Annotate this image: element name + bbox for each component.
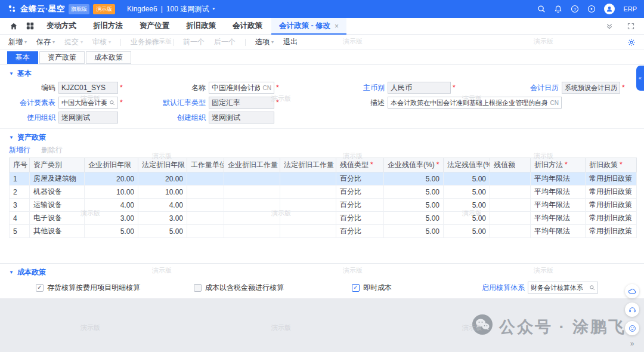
table-cell[interactable]: 5.00 bbox=[444, 225, 490, 238]
home-icon[interactable] bbox=[6, 22, 21, 30]
table-cell[interactable]: 2 bbox=[10, 186, 30, 199]
search-icon[interactable] bbox=[537, 5, 546, 13]
close-icon[interactable]: × bbox=[335, 22, 339, 30]
collapse-tabs-icon[interactable] bbox=[602, 23, 617, 30]
apps-grid-icon[interactable] bbox=[23, 22, 38, 30]
accounting-system-label[interactable]: 启用核算体系 bbox=[478, 283, 525, 293]
nav-tab-asset-location[interactable]: 资产位置 bbox=[132, 18, 177, 35]
table-cell[interactable]: 百分比 bbox=[336, 225, 384, 238]
panel-collapse-handle[interactable]: « bbox=[636, 66, 644, 91]
cloud-icon[interactable] bbox=[625, 284, 639, 298]
table-cell[interactable] bbox=[224, 172, 280, 186]
table-cell[interactable] bbox=[280, 199, 336, 212]
table-cell[interactable]: 5.00 bbox=[444, 199, 490, 212]
table-cell[interactable]: 5.00 bbox=[138, 225, 187, 238]
table-cell[interactable] bbox=[187, 186, 224, 199]
checkbox-realtime-cost[interactable]: ✓ 即时成本 bbox=[352, 283, 478, 293]
table-cell[interactable]: 机器设备 bbox=[30, 186, 85, 199]
table-cell[interactable] bbox=[224, 199, 280, 212]
col-header-legal-depreciation-workload[interactable]: 法定折旧工作量 bbox=[280, 158, 336, 172]
table-cell[interactable]: 5.00 bbox=[384, 212, 444, 225]
accounting-system-input[interactable]: 财务会计核算体系 bbox=[528, 282, 598, 294]
table-cell[interactable] bbox=[187, 172, 224, 186]
expand-more-icon[interactable]: » bbox=[630, 339, 634, 348]
col-header-legal-residual-rate[interactable]: 法定残值率(%)* bbox=[444, 158, 490, 172]
use-org-input[interactable]: 迷网测试 bbox=[58, 112, 118, 123]
feedback-smiley-icon[interactable] bbox=[625, 321, 639, 335]
table-cell[interactable]: 常用折旧政策 bbox=[586, 186, 637, 199]
table-cell[interactable] bbox=[187, 225, 224, 238]
nav-tab-accounting-policy-edit[interactable]: 会计政策 - 修改 × bbox=[271, 18, 346, 35]
table-cell[interactable] bbox=[490, 186, 531, 199]
table-cell[interactable]: 10.00 bbox=[138, 186, 187, 199]
table-cell[interactable]: 平均年限法 bbox=[531, 186, 586, 199]
nav-tab-depreciation-policy[interactable]: 折旧政策 bbox=[178, 18, 224, 35]
nav-tab-change-mode[interactable]: 变动方式 bbox=[39, 18, 84, 35]
lookup-magnifier-icon[interactable] bbox=[587, 285, 595, 291]
col-header-corp-depreciation-years[interactable]: 企业折旧年限 bbox=[85, 158, 138, 172]
currency-input[interactable]: 人民币 bbox=[388, 82, 451, 94]
checkbox-inventory-expense-detail[interactable]: ✓ 存货核算按费用项目明细核算 bbox=[36, 283, 194, 293]
section-asset-header[interactable]: ▼ 资产政策 bbox=[0, 129, 644, 144]
col-header-residual-type[interactable]: 残值类型* bbox=[336, 158, 384, 172]
table-cell[interactable]: 房屋及建筑物 bbox=[30, 172, 85, 186]
table-cell[interactable]: 5.00 bbox=[444, 212, 490, 225]
table-cell[interactable] bbox=[490, 172, 531, 186]
table-cell[interactable]: 运输设备 bbox=[30, 199, 85, 212]
table-cell[interactable] bbox=[280, 225, 336, 238]
table-cell[interactable]: 其他设备 bbox=[30, 225, 85, 238]
nav-tab-depreciation-method[interactable]: 折旧方法 bbox=[85, 18, 131, 35]
table-cell[interactable] bbox=[224, 225, 280, 238]
table-cell[interactable]: 百分比 bbox=[336, 186, 384, 199]
table-cell[interactable] bbox=[490, 199, 531, 212]
table-row[interactable]: 5 其他设备 5.00 5.00 百分比 5.00 5.00 平均年限法 常用折… bbox=[10, 225, 637, 238]
col-header-asset-category[interactable]: 资产类别 bbox=[30, 158, 85, 172]
bell-icon[interactable] bbox=[554, 5, 562, 13]
description-input[interactable]: 本会计政策在中国会计准则基础上根据企业管理的自身需求制定CN bbox=[388, 97, 562, 109]
user-avatar[interactable] bbox=[604, 4, 615, 14]
lookup-magnifier-icon[interactable] bbox=[107, 100, 115, 106]
table-cell[interactable]: 平均年限法 bbox=[531, 172, 586, 186]
element-table-label[interactable]: 会计要素表 bbox=[9, 98, 55, 108]
nav-tab-accounting-policy[interactable]: 会计政策 bbox=[225, 18, 270, 35]
business-operations-button[interactable]: 业务操作▾ bbox=[131, 37, 163, 47]
table-cell[interactable]: 5 bbox=[10, 225, 30, 238]
rate-type-input[interactable]: 固定汇率 bbox=[209, 97, 274, 109]
exit-button[interactable]: 退出 bbox=[283, 37, 298, 47]
table-cell[interactable]: 平均年限法 bbox=[531, 199, 586, 212]
table-cell[interactable]: 常用折旧政策 bbox=[586, 212, 637, 225]
col-header-residual-amount[interactable]: 残值额 bbox=[490, 158, 531, 172]
table-cell[interactable]: 平均年限法 bbox=[531, 225, 586, 238]
new-button[interactable]: 新增▾ bbox=[8, 37, 27, 47]
audit-button[interactable]: 审核▾ bbox=[92, 37, 111, 47]
table-cell[interactable]: 常用折旧政策 bbox=[586, 172, 637, 186]
table-cell[interactable]: 3.00 bbox=[85, 212, 138, 225]
table-cell[interactable]: 3.00 bbox=[138, 212, 187, 225]
options-button[interactable]: 选项▾ bbox=[255, 37, 274, 47]
account-org-switcher[interactable]: Kingdee6 | 100 迷网测试 ▾ bbox=[127, 4, 215, 14]
table-cell[interactable] bbox=[280, 212, 336, 225]
table-cell[interactable]: 20.00 bbox=[138, 172, 187, 186]
table-cell[interactable]: 1 bbox=[10, 172, 30, 186]
create-org-input[interactable]: 迷网测试 bbox=[209, 112, 274, 123]
table-cell[interactable]: 5.00 bbox=[384, 199, 444, 212]
calendar-input[interactable]: 系统预设会计日历 bbox=[562, 82, 620, 94]
table-cell[interactable] bbox=[280, 186, 336, 199]
table-cell[interactable]: 百分比 bbox=[336, 212, 384, 225]
kingdee-logo-icon[interactable] bbox=[7, 4, 17, 14]
tab-cost-policy[interactable]: 成本政策 bbox=[86, 51, 131, 64]
table-row[interactable]: 4 电子设备 3.00 3.00 百分比 5.00 5.00 平均年限法 常用折… bbox=[10, 212, 637, 225]
table-cell[interactable] bbox=[187, 199, 224, 212]
table-cell[interactable]: 10.00 bbox=[85, 186, 138, 199]
table-cell[interactable]: 4 bbox=[10, 212, 30, 225]
previous-record-button[interactable]: 前一个 bbox=[183, 37, 205, 47]
code-input[interactable]: KJZC01_SYS bbox=[58, 82, 118, 94]
table-cell[interactable]: 平均年限法 bbox=[531, 212, 586, 225]
table-row[interactable]: 3 运输设备 4.00 4.00 百分比 5.00 5.00 平均年限法 常用折… bbox=[10, 199, 637, 212]
table-cell[interactable]: 5.00 bbox=[444, 172, 490, 186]
col-header-legal-depreciation-years[interactable]: 法定折旧年限 bbox=[138, 158, 187, 172]
table-cell[interactable] bbox=[224, 212, 280, 225]
table-cell[interactable]: 常用折旧政策 bbox=[586, 199, 637, 212]
table-cell[interactable]: 百分比 bbox=[336, 172, 384, 186]
calendar-label[interactable]: 会计日历 bbox=[512, 83, 559, 93]
